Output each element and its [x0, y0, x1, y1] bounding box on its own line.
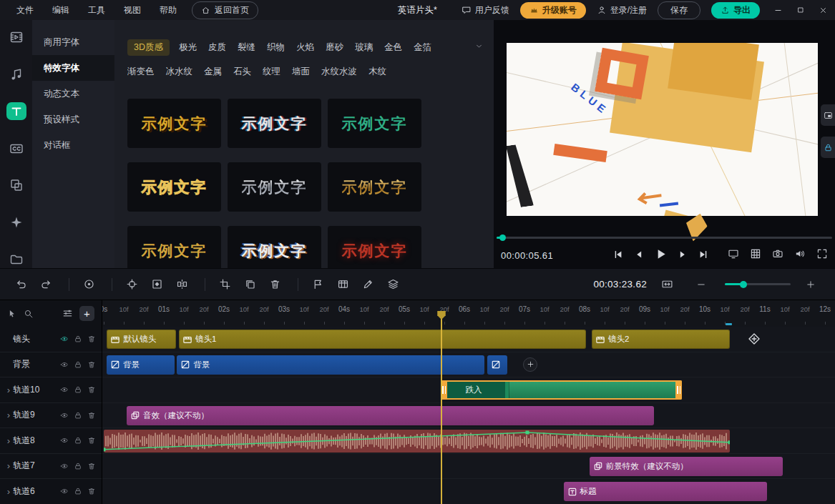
track-lane-背景[interactable]: 背景背景	[102, 352, 835, 378]
text-effect-thumbnail[interactable]: 示例文字	[228, 226, 321, 268]
track-lock-icon[interactable]	[74, 411, 82, 420]
track-visibility-icon[interactable]	[60, 487, 69, 495]
text-effect-thumbnail[interactable]: 示例文字	[127, 226, 221, 268]
track-delete-icon[interactable]	[87, 487, 96, 495]
track-lane-轨道9[interactable]: 音效（建议不动）	[102, 403, 835, 429]
login-button[interactable]: 登录/注册	[597, 4, 647, 16]
track-delete-icon[interactable]	[87, 385, 96, 394]
rail-item-audio[interactable]	[6, 66, 26, 84]
text-effect-thumbnail[interactable]: 示例文字	[328, 162, 421, 212]
filter-tag[interactable]: 石头	[233, 66, 251, 78]
zoom-in-button[interactable]	[800, 275, 821, 294]
rail-item-subtitle[interactable]	[6, 139, 26, 157]
toolbar-record-button[interactable]	[78, 275, 99, 294]
track-lane-轨道7[interactable]: 前景特效（建议不动）	[102, 454, 835, 480]
expand-filters-icon[interactable]	[474, 41, 484, 51]
collapse-icon[interactable]: ›	[4, 435, 13, 446]
filter-tag[interactable]: 织物	[267, 41, 285, 54]
toolbar-crop-button[interactable]	[214, 275, 235, 294]
clip-背景[interactable]: 背景	[107, 355, 175, 375]
track-lock-icon[interactable]	[74, 385, 82, 394]
toolbar-edit-button[interactable]	[357, 275, 379, 294]
toolbar-keyframe-button[interactable]	[146, 275, 167, 294]
filter-tag[interactable]: 纹理	[263, 66, 280, 78]
track-delete-icon[interactable]	[87, 411, 96, 420]
clip-背景[interactable]: 背景	[177, 355, 484, 375]
filter-tag[interactable]: 渐变色	[127, 66, 155, 78]
filter-tag[interactable]: 裂缝	[238, 41, 255, 54]
seek-handle[interactable]	[499, 234, 506, 241]
toolbar-copy-button[interactable]	[239, 275, 260, 294]
add-keyframe-button[interactable]	[748, 332, 761, 345]
rail-item-folder[interactable]	[6, 250, 26, 268]
filter-tag[interactable]: 水纹水波	[321, 66, 357, 78]
menu-file[interactable]: 文件	[7, 0, 43, 20]
clip-1-2[interactable]	[487, 355, 508, 375]
zoom-tool-icon[interactable]	[24, 309, 34, 319]
font-category-0[interactable]: 商用字体	[32, 29, 114, 55]
track-delete-icon[interactable]	[87, 335, 96, 343]
track-visibility-icon[interactable]	[60, 335, 69, 343]
preview-canvas[interactable]: BLUE	[507, 43, 818, 216]
save-button[interactable]: 保存	[658, 1, 700, 19]
add-track-button[interactable]: +	[79, 306, 94, 321]
collapse-icon[interactable]: ›	[4, 486, 13, 497]
text-effect-thumbnail[interactable]: 示例文字	[127, 99, 221, 148]
track-lock-icon[interactable]	[74, 487, 82, 495]
filter-tag[interactable]: 火焰	[296, 41, 314, 54]
minimize-button[interactable]	[773, 6, 783, 15]
clip-镜头1[interactable]: 镜头1	[179, 330, 586, 349]
collapse-icon[interactable]: ›	[4, 410, 13, 420]
text-effect-thumbnail[interactable]: 示例文字	[127, 162, 221, 212]
track-lock-icon[interactable]	[74, 360, 82, 369]
volume-button[interactable]	[794, 248, 806, 260]
close-button[interactable]	[819, 6, 828, 15]
font-category-4[interactable]: 对话框	[32, 132, 114, 158]
toolbar-target-button[interactable]	[121, 275, 142, 294]
snapshot-button[interactable]	[772, 248, 783, 260]
filter-tag[interactable]: 冰水纹	[166, 66, 193, 78]
step-back-button[interactable]	[633, 249, 645, 260]
filter-tag[interactable]: 木纹	[368, 66, 386, 78]
menu-tools[interactable]: 工具	[79, 0, 114, 20]
toolbar-layers-button[interactable]	[382, 275, 404, 294]
toolbar-mark-button[interactable]	[307, 275, 328, 294]
filter-tag[interactable]: 极光	[179, 41, 197, 54]
filter-tag[interactable]: 墙面	[292, 66, 310, 78]
maximize-button[interactable]	[796, 6, 805, 14]
track-visibility-icon[interactable]	[60, 411, 69, 420]
font-category-2[interactable]: 动态文本	[32, 81, 114, 107]
clip-音效（建议不动）[interactable]: 音效（建议不动）	[127, 406, 655, 425]
toolbar-split-button[interactable]	[171, 275, 192, 294]
toolbar-redo-button[interactable]	[35, 275, 57, 294]
track-visibility-icon[interactable]	[60, 462, 69, 470]
rail-item-overlay[interactable]	[6, 177, 26, 194]
zoom-out-button[interactable]	[690, 275, 712, 294]
track-lane-轨道10[interactable]: 跌入	[102, 377, 835, 403]
fit-timeline-button[interactable]	[656, 275, 678, 294]
feedback-button[interactable]: 用户反馈	[462, 4, 509, 16]
font-category-1[interactable]: 特效字体	[32, 55, 114, 81]
toolbar-trash-button[interactable]	[264, 275, 285, 294]
collapse-icon[interactable]: ›	[4, 385, 13, 395]
fullscreen-button[interactable]	[816, 248, 828, 260]
monitor-button[interactable]	[728, 248, 739, 260]
track-lock-icon[interactable]	[74, 335, 82, 343]
track-visibility-icon[interactable]	[60, 385, 69, 394]
clip-跌入[interactable]: 跌入	[441, 380, 682, 400]
track-manager-icon[interactable]	[62, 308, 73, 319]
clip-镜头2[interactable]: 镜头2	[592, 330, 730, 349]
preview-seekbar[interactable]	[497, 237, 832, 239]
clip-前景特效（建议不动）[interactable]: 前景特效（建议不动）	[590, 457, 783, 476]
clip-默认镜头[interactable]: 默认镜头	[107, 330, 176, 349]
preview-mask-button[interactable]	[821, 137, 835, 158]
filter-tag[interactable]: 金属	[204, 66, 222, 78]
zoom-slider-handle[interactable]	[740, 281, 747, 288]
home-button[interactable]: 返回首页	[192, 1, 258, 19]
grid-button[interactable]	[750, 248, 761, 260]
playhead[interactable]	[441, 312, 442, 504]
add-clip-button[interactable]	[523, 357, 537, 372]
track-delete-icon[interactable]	[87, 462, 96, 470]
track-visibility-icon[interactable]	[60, 360, 69, 369]
filter-tag[interactable]: 金箔	[414, 41, 431, 54]
